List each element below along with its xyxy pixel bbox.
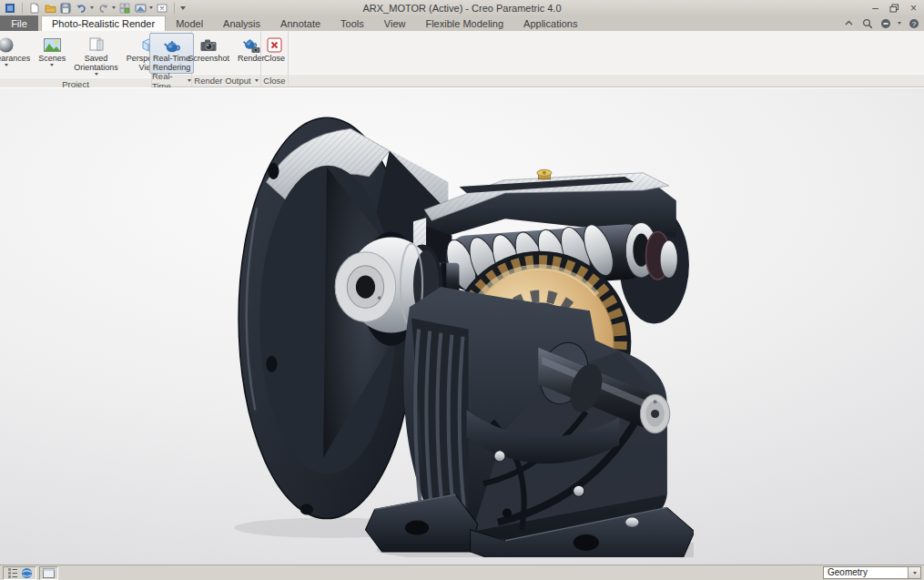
restore-button[interactable] bbox=[889, 4, 899, 13]
close-window-icon[interactable] bbox=[156, 2, 168, 15]
tab-tools[interactable]: Tools bbox=[330, 15, 374, 31]
statusbar-toggles bbox=[3, 566, 36, 580]
dropdown-arrow-icon bbox=[5, 64, 8, 66]
tab-file[interactable]: File bbox=[0, 15, 38, 31]
teapot-icon bbox=[163, 36, 181, 54]
screenshot-button[interactable]: Screenshot bbox=[184, 33, 233, 74]
collapse-ribbon-icon[interactable] bbox=[843, 17, 855, 29]
group-label-render-output[interactable]: Render Output bbox=[192, 74, 260, 86]
save-icon[interactable] bbox=[59, 2, 72, 15]
quick-access-toolbar bbox=[4, 2, 186, 15]
camera-icon bbox=[199, 36, 218, 54]
window-controls: – × bbox=[872, 3, 920, 14]
selection-filter-arrow[interactable] bbox=[908, 567, 920, 578]
status-bar: Geometry bbox=[0, 565, 924, 580]
tab-applications[interactable]: Applications bbox=[513, 15, 587, 31]
group-label-close: Close bbox=[261, 74, 288, 86]
selection-filter-dropdown[interactable]: Geometry bbox=[823, 566, 921, 579]
model-tree-icon[interactable] bbox=[6, 567, 18, 579]
command-finder-icon[interactable] bbox=[879, 17, 891, 29]
display-dropdown-icon[interactable] bbox=[149, 6, 153, 9]
close-x-icon bbox=[267, 36, 282, 54]
ribbon-group-close: Close Close bbox=[261, 31, 289, 86]
app-icon[interactable] bbox=[4, 2, 16, 15]
tab-model[interactable]: Model bbox=[166, 15, 213, 31]
display-settings-icon[interactable] bbox=[134, 2, 147, 15]
command-finder-dropdown-icon[interactable] bbox=[898, 22, 901, 25]
open-folder-icon[interactable] bbox=[44, 2, 56, 15]
selection-filter-value: Geometry bbox=[824, 567, 908, 578]
saved-orientations-button[interactable]: Saved Orientations bbox=[70, 33, 122, 77]
customize-toolbar-icon[interactable] bbox=[180, 6, 186, 10]
undo-dropdown-icon[interactable] bbox=[90, 6, 94, 9]
toolbar-separator bbox=[22, 3, 23, 14]
tab-view[interactable]: View bbox=[374, 15, 416, 31]
tab-photo-realistic-render[interactable]: Photo-Realistic Render bbox=[41, 15, 166, 31]
scene-image-icon bbox=[44, 36, 61, 54]
toolbar-separator bbox=[174, 3, 175, 14]
group-dropdown-icon bbox=[188, 79, 191, 82]
ribbon-filler bbox=[289, 31, 924, 86]
ribbon-utility-icons: ? bbox=[843, 17, 919, 29]
tab-annotate[interactable]: Annotate bbox=[270, 15, 330, 31]
ribbon-group-render-output: Screenshot Render Render Output bbox=[192, 31, 261, 86]
redo-dropdown-icon[interactable] bbox=[112, 6, 116, 9]
teapot-camera-icon bbox=[242, 36, 260, 54]
appearance-sphere-icon bbox=[0, 36, 15, 54]
undo-icon[interactable] bbox=[75, 2, 87, 15]
minimize-button[interactable]: – bbox=[872, 3, 878, 14]
full-screen-icon[interactable] bbox=[43, 567, 55, 579]
tab-flexible-modeling[interactable]: Flexible Modeling bbox=[415, 15, 513, 31]
dropdown-arrow-icon bbox=[50, 64, 54, 66]
saved-orientations-icon bbox=[88, 36, 105, 54]
scenes-button[interactable]: Scenes bbox=[35, 33, 69, 77]
new-file-icon[interactable] bbox=[28, 2, 41, 15]
gearbox-render[interactable] bbox=[229, 97, 694, 557]
full-screen-toggle-cell bbox=[39, 566, 58, 580]
web-browser-icon[interactable] bbox=[21, 567, 33, 579]
ribbon: Appearances Scenes Saved Orientations bbox=[0, 31, 924, 87]
redo-icon[interactable] bbox=[96, 2, 109, 15]
appearances-button[interactable]: Appearances bbox=[0, 33, 34, 77]
dropdown-arrow-icon bbox=[95, 73, 98, 76]
help-icon[interactable]: ? bbox=[908, 17, 919, 29]
creo-parametric-window: ARX_MOTOR (Active) - Creo Parametric 4.0… bbox=[0, 0, 924, 580]
close-render-button[interactable]: Close bbox=[260, 33, 289, 74]
regenerate-icon[interactable] bbox=[118, 2, 131, 15]
title-bar: ARX_MOTOR (Active) - Creo Parametric 4.0… bbox=[0, 0, 924, 15]
tab-analysis[interactable]: Analysis bbox=[213, 15, 270, 31]
ribbon-tab-bar: File Photo-Realistic Render Model Analys… bbox=[0, 15, 924, 31]
group-dropdown-icon bbox=[255, 79, 259, 82]
svg-text:?: ? bbox=[911, 20, 916, 28]
group-label-real-time[interactable]: Real-Time bbox=[152, 74, 191, 86]
close-button[interactable]: × bbox=[910, 3, 917, 14]
viewport-3d[interactable] bbox=[0, 87, 924, 565]
search-icon[interactable] bbox=[861, 17, 873, 29]
ribbon-group-project: Appearances Scenes Saved Orientations bbox=[0, 31, 152, 86]
